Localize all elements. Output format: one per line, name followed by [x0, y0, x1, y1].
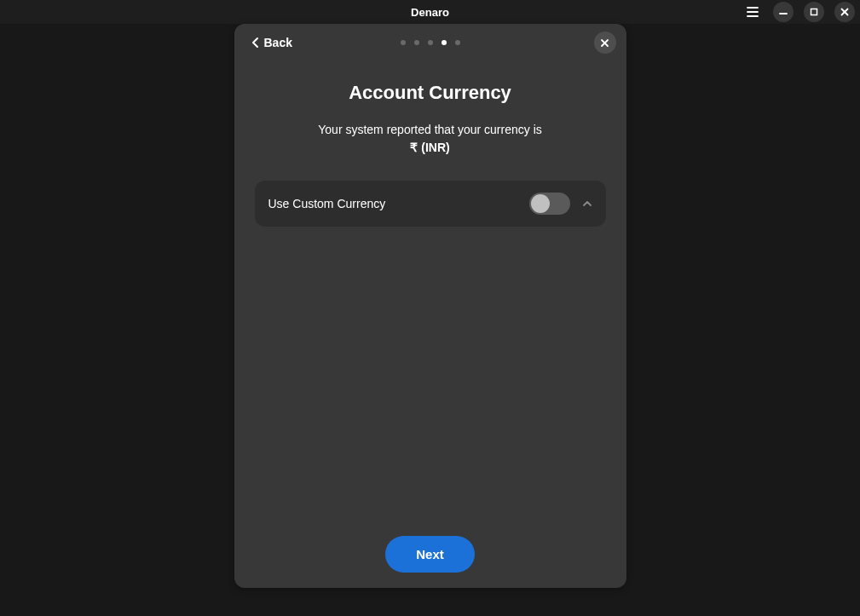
carousel-dot[interactable]: [401, 40, 406, 45]
carousel-dot[interactable]: [428, 40, 433, 45]
detected-currency: ₹ (INR): [410, 141, 449, 154]
content-area: Back Account Currency You: [0, 24, 860, 616]
close-icon: [840, 8, 849, 16]
dialog-header: Back: [234, 24, 626, 61]
window-close-button[interactable]: [834, 2, 855, 22]
svg-rect-4: [811, 9, 817, 15]
dialog-close-button[interactable]: [594, 32, 616, 54]
dialog-body: Account Currency Your system reported th…: [234, 61, 626, 521]
hamburger-menu-button[interactable]: [742, 2, 763, 22]
expand-button[interactable]: [580, 197, 594, 210]
close-icon: [600, 38, 609, 48]
next-button[interactable]: Next: [385, 536, 475, 573]
account-setup-dialog: Back Account Currency You: [234, 24, 626, 588]
carousel-dot[interactable]: [455, 40, 460, 45]
carousel-dot[interactable]: [442, 40, 447, 45]
chevron-up-icon: [582, 200, 592, 207]
carousel-indicator: [401, 40, 460, 45]
hamburger-icon: [747, 7, 759, 17]
app-title: Denaro: [411, 6, 449, 19]
dialog-footer: Next: [234, 521, 626, 588]
headerbar: Denaro: [0, 0, 860, 24]
subtitle-prefix: Your system reported that your currency …: [318, 123, 542, 136]
window-maximize-button[interactable]: [804, 2, 824, 22]
page-title: Account Currency: [349, 82, 511, 104]
switch-slider: [531, 194, 550, 213]
custom-currency-label: Use Custom Currency: [268, 197, 519, 210]
carousel-dot[interactable]: [414, 40, 419, 45]
subtitle: Your system reported that your currency …: [318, 121, 542, 157]
window-controls: [742, 2, 855, 22]
back-label: Back: [264, 36, 292, 49]
maximize-icon: [810, 8, 818, 16]
chevron-left-icon: [251, 37, 259, 49]
settings-group: Use Custom Currency: [255, 181, 606, 227]
custom-currency-row[interactable]: Use Custom Currency: [255, 181, 606, 227]
custom-currency-switch[interactable]: [529, 193, 570, 215]
window-minimize-button[interactable]: [773, 2, 794, 22]
back-button[interactable]: Back: [245, 32, 299, 53]
minimize-icon: [779, 8, 788, 16]
